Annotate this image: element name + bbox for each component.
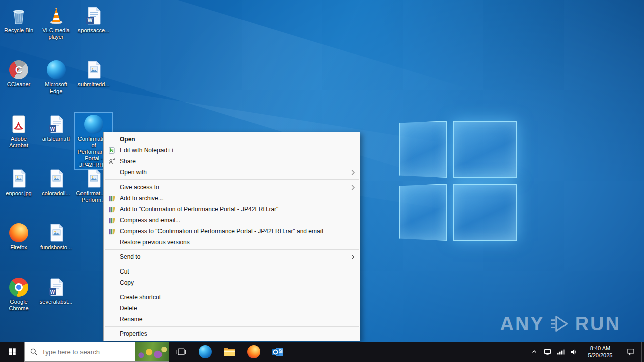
task-view-button[interactable]	[169, 342, 193, 362]
desktop-icon-sportsacce[interactable]: W sportsacce...	[75, 4, 112, 35]
menu-item-copy[interactable]: Copy	[104, 277, 360, 288]
menu-item-open-with[interactable]: Open with	[104, 167, 360, 178]
menu-icon-slot	[107, 183, 117, 191]
menu-item-cut[interactable]: Cut	[104, 266, 360, 277]
svg-text:W: W	[50, 126, 55, 132]
tray-volume-button[interactable]	[567, 342, 580, 362]
menu-item-edit-with-notepadpp[interactable]: Edit with Notepad++	[104, 145, 360, 156]
system-tray: 8:40 AM 5/20/2025	[528, 342, 644, 362]
network-icon	[556, 348, 565, 356]
taskbar-search[interactable]	[24, 342, 169, 362]
menu-item-give-access-to[interactable]: Give access to	[104, 182, 360, 193]
desktop-icon-recycle-bin[interactable]: Recycle Bin	[0, 4, 37, 35]
search-highlight-image[interactable]	[135, 342, 169, 361]
menu-item-delete[interactable]: Delete	[104, 303, 360, 314]
desktop-icon-ccleaner[interactable]: C CCleaner	[0, 58, 37, 89]
edge-icon	[46, 59, 67, 80]
desktop-icon-vlc[interactable]: VLC media player	[38, 4, 75, 41]
watermark-run-text: RUN	[575, 313, 621, 335]
desktop-icon-fundsbosto[interactable]: fundsbosto...	[38, 221, 75, 252]
desktop-icon-firefox[interactable]: Firefox	[0, 221, 37, 252]
tray-network-button[interactable]	[554, 342, 567, 362]
desktop-icon-label: Recycle Bin	[4, 27, 33, 34]
desktop-icon-label: fundsbosto...	[40, 244, 72, 251]
edge-icon	[199, 345, 212, 358]
firefox-icon	[8, 222, 29, 243]
desktop-icon-submittedd[interactable]: submittedd...	[75, 58, 112, 89]
desktop-icon-label: artslearn.rtf	[42, 136, 70, 142]
desktop-icon-label: coloradoli...	[42, 190, 70, 197]
anyrun-logo-icon	[549, 313, 571, 335]
desktop-icon-label: enpoor.jpg	[6, 190, 31, 197]
desktop-icon-google-chrome[interactable]: Google Chrome	[0, 276, 37, 313]
recycle-bin-icon	[8, 5, 29, 26]
windows-start-icon	[8, 347, 17, 356]
desktop-icon-coloradoli[interactable]: coloradoli...	[38, 167, 75, 198]
menu-item-label: Delete	[120, 305, 355, 312]
menu-item-label: Compress and email...	[120, 217, 355, 224]
desktop-icon-microsoft-edge[interactable]: Microsoft Edge	[38, 58, 75, 96]
menu-separator	[105, 290, 359, 290]
desktop-icon-label: severalabst...	[40, 299, 72, 305]
desktop-icon-label: VLC media player	[38, 27, 74, 40]
menu-item-label: Restore previous versions	[120, 239, 355, 246]
desktop-icon-severalabst[interactable]: W severalabst...	[38, 276, 75, 306]
desktop-icon-label: Firefox	[10, 244, 27, 251]
word-document-icon: W	[46, 277, 67, 298]
menu-item-rename[interactable]: Rename	[104, 314, 360, 325]
menu-icon-slot	[107, 315, 117, 323]
desktop-icon-label: Adobe Acrobat	[1, 136, 37, 149]
desktop-icon-artslearn-rtf[interactable]: W artslearn.rtf	[38, 113, 75, 143]
menu-icon-slot	[107, 253, 117, 261]
clock-time: 8:40 AM	[590, 345, 610, 352]
menu-separator	[105, 326, 359, 327]
image-file-icon	[8, 168, 29, 189]
word-document-icon: W	[83, 5, 104, 26]
wallpaper-pane	[399, 121, 447, 178]
document-icon	[46, 222, 67, 243]
submenu-arrow-icon	[350, 254, 355, 259]
menu-icon-slot	[107, 304, 117, 312]
menu-item-properties[interactable]: Properties	[104, 328, 360, 339]
windows-wallpaper-logo	[399, 121, 518, 241]
desktop-icon-label: Google Chrome	[1, 299, 37, 312]
menu-item-send-to[interactable]: Send to	[104, 251, 360, 262]
menu-item-create-shortcut[interactable]: Create shortcut	[104, 292, 360, 303]
menu-item-add-to-archive[interactable]: Add to archive...	[104, 193, 360, 204]
menu-item-label: Cut	[120, 268, 355, 275]
search-input[interactable]	[42, 348, 135, 356]
tray-show-hidden-icons-button[interactable]	[528, 342, 541, 362]
desktop-icon-enpoor-jpg[interactable]: enpoor.jpg	[0, 167, 37, 198]
taskbar-outlook-button[interactable]	[266, 342, 290, 362]
desktop-icon-label: Microsoft Edge	[38, 81, 74, 95]
menu-item-restore-previous-versions[interactable]: Restore previous versions	[104, 237, 360, 248]
taskbar-edge-button[interactable]	[193, 342, 217, 362]
tray-display-icon-button[interactable]	[541, 342, 554, 362]
image-file-icon	[46, 168, 67, 189]
menu-item-label: Edit with Notepad++	[120, 147, 355, 154]
menu-item-add-to-named-rar[interactable]: Add to "Confirmation of Performance Port…	[104, 204, 360, 215]
menu-item-share[interactable]: Share	[104, 156, 360, 167]
taskbar-clock[interactable]: 8:40 AM 5/20/2025	[580, 342, 620, 362]
menu-item-compress-to-named-rar-and-email[interactable]: Compress to "Confirmation of Performance…	[104, 226, 360, 237]
menu-item-open[interactable]: Open	[104, 134, 360, 145]
start-button[interactable]	[0, 342, 24, 362]
show-desktop-button[interactable]	[641, 342, 644, 362]
menu-icon-slot	[107, 293, 117, 301]
menu-icon-slot	[107, 279, 117, 287]
menu-item-label: Add to archive...	[120, 195, 355, 202]
menu-item-label: Give access to	[120, 184, 350, 191]
chrome-icon	[8, 277, 29, 298]
menu-item-compress-and-email[interactable]: Compress and email...	[104, 215, 360, 226]
action-center-button[interactable]	[620, 342, 641, 362]
vlc-icon	[46, 5, 67, 26]
menu-item-label: Properties	[120, 330, 355, 337]
monitor-icon	[543, 348, 552, 356]
share-icon	[107, 157, 117, 165]
menu-separator	[105, 249, 359, 250]
taskbar-firefox-button[interactable]	[242, 342, 266, 362]
taskbar-file-explorer-button[interactable]	[217, 342, 242, 362]
submenu-arrow-icon	[350, 185, 355, 190]
desktop-icon-adobe-acrobat[interactable]: Adobe Acrobat	[0, 113, 37, 150]
search-icon	[30, 348, 38, 356]
